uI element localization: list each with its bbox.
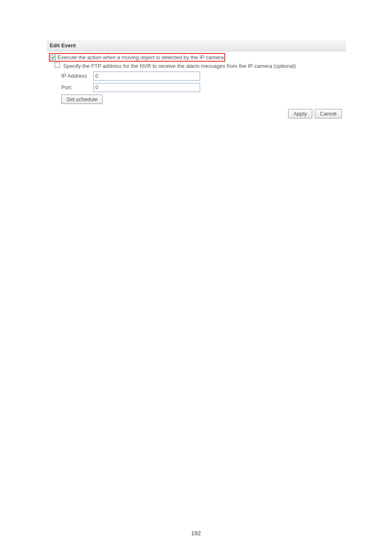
option-execute-action-label: Execute the action when a moving object … — [58, 54, 224, 60]
set-schedule-button[interactable]: Set schedule — [61, 95, 103, 104]
dialog-buttons-row: Apply Cancel — [49, 109, 344, 118]
port-row: Port: — [61, 83, 344, 92]
cancel-button[interactable]: Cancel — [315, 109, 342, 118]
port-input[interactable] — [93, 83, 200, 92]
ftp-field-group: IP Address Port: — [49, 72, 344, 92]
option-execute-action-row: Execute the action when a moving object … — [49, 53, 225, 62]
ip-address-row: IP Address — [61, 72, 344, 81]
option-specify-ftp-checkbox[interactable] — [55, 62, 60, 68]
ip-address-label: IP Address — [61, 73, 93, 79]
ip-address-input[interactable] — [93, 72, 200, 81]
apply-button[interactable]: Apply — [288, 109, 312, 118]
option-specify-ftp-row: Specify the FTP address for the NVR to r… — [49, 62, 344, 70]
edit-event-dialog: Edit Event Execute the action when a mov… — [46, 40, 346, 122]
option-specify-ftp-label: Specify the FTP address for the NVR to r… — [63, 62, 296, 70]
page-number: 192 — [0, 530, 392, 536]
checkmark-icon — [51, 55, 55, 60]
set-schedule-wrap: Set schedule — [49, 95, 344, 104]
dialog-content: Execute the action when a moving object … — [46, 51, 346, 122]
option-execute-action-checkbox[interactable] — [51, 55, 56, 60]
dialog-title: Edit Event — [46, 40, 346, 51]
port-label: Port: — [61, 84, 93, 90]
